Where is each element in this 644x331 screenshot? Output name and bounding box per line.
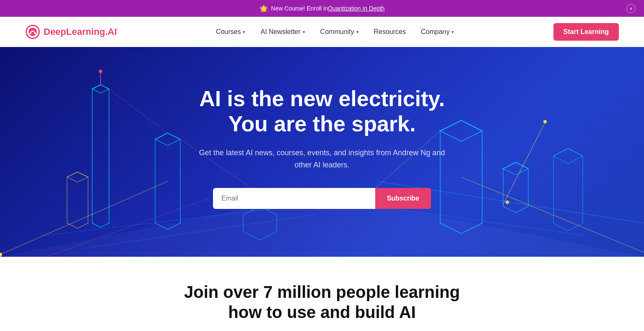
nav-item-company: Company ▾ xyxy=(421,26,454,37)
svg-marker-23 xyxy=(553,149,583,164)
svg-point-2 xyxy=(29,28,37,36)
nav-menu: Courses ▾ AI Newsletter ▾ Community ▾ Re… xyxy=(216,26,454,37)
hero-subtitle: Get the latest AI news, courses, events,… xyxy=(196,147,448,171)
hero-title: AI is the new electricity. You are the s… xyxy=(196,86,448,137)
hero-email-form: Subscribe xyxy=(213,188,431,209)
below-hero-section: Join over 7 million people learning how … xyxy=(0,257,644,331)
svg-marker-11 xyxy=(155,133,180,146)
below-hero-title: Join over 7 million people learning how … xyxy=(8,282,636,322)
logo-icon xyxy=(25,24,40,39)
announcement-text: New Course! Enroll in xyxy=(271,5,328,12)
svg-point-16 xyxy=(0,253,2,257)
community-nav-label: Community xyxy=(320,28,354,36)
company-nav-label: Company xyxy=(421,28,449,36)
svg-marker-22 xyxy=(553,149,583,231)
hero-title-line1: AI is the new electricity. xyxy=(199,86,445,111)
nav-item-courses: Courses ▾ xyxy=(216,26,246,37)
nav-item-community: Community ▾ xyxy=(320,26,359,37)
below-hero-title-line1: Join over 7 million people learning xyxy=(184,283,460,301)
courses-chevron-icon: ▾ xyxy=(243,29,245,35)
below-hero-title-line2: how to use and build AI xyxy=(228,303,415,321)
logo[interactable]: DeepLearning.AI xyxy=(25,24,117,39)
star-icon: 🌟 xyxy=(260,5,268,13)
courses-nav-label: Courses xyxy=(216,28,241,36)
announcement-link[interactable]: Quantization In Depth xyxy=(328,5,384,12)
hero-content: AI is the new electricity. You are the s… xyxy=(196,86,448,209)
start-learning-button[interactable]: Start Learning xyxy=(553,23,619,41)
svg-marker-21 xyxy=(503,162,528,175)
resources-nav-button[interactable]: Resources xyxy=(374,26,406,37)
announcement-close-button[interactable]: × xyxy=(626,4,636,13)
svg-line-31 xyxy=(503,122,545,204)
svg-marker-12 xyxy=(67,172,88,228)
svg-marker-6 xyxy=(92,85,109,227)
subscribe-button[interactable]: Subscribe xyxy=(375,188,431,209)
courses-nav-button[interactable]: Courses ▾ xyxy=(216,26,246,37)
newsletter-nav-label: AI Newsletter xyxy=(260,28,300,36)
svg-point-3 xyxy=(29,33,31,34)
announcement-bar: 🌟 New Course! Enroll in Quantization In … xyxy=(0,0,644,17)
navbar: DeepLearning.AI Courses ▾ AI Newsletter … xyxy=(0,17,644,47)
resources-nav-label: Resources xyxy=(374,28,406,36)
community-chevron-icon: ▾ xyxy=(356,29,359,35)
svg-point-26 xyxy=(506,201,509,204)
hero-title-line2: You are the spark. xyxy=(229,112,416,136)
svg-marker-7 xyxy=(92,85,109,93)
svg-point-32 xyxy=(543,120,547,123)
email-input[interactable] xyxy=(213,188,375,209)
svg-marker-20 xyxy=(503,162,528,213)
svg-line-28 xyxy=(109,89,168,133)
svg-marker-13 xyxy=(67,172,88,182)
svg-point-4 xyxy=(34,33,36,34)
newsletter-nav-button[interactable]: AI Newsletter ▾ xyxy=(260,26,305,37)
nav-item-newsletter: AI Newsletter ▾ xyxy=(260,26,305,37)
svg-point-9 xyxy=(99,70,102,73)
hero-section: AI is the new electricity. You are the s… xyxy=(0,47,644,257)
nav-item-resources: Resources xyxy=(374,26,406,37)
company-nav-button[interactable]: Company ▾ xyxy=(421,26,454,37)
logo-text: DeepLearning.AI xyxy=(44,26,117,37)
newsletter-chevron-icon: ▾ xyxy=(303,29,305,35)
community-nav-button[interactable]: Community ▾ xyxy=(320,26,359,37)
company-chevron-icon: ▾ xyxy=(452,29,454,35)
